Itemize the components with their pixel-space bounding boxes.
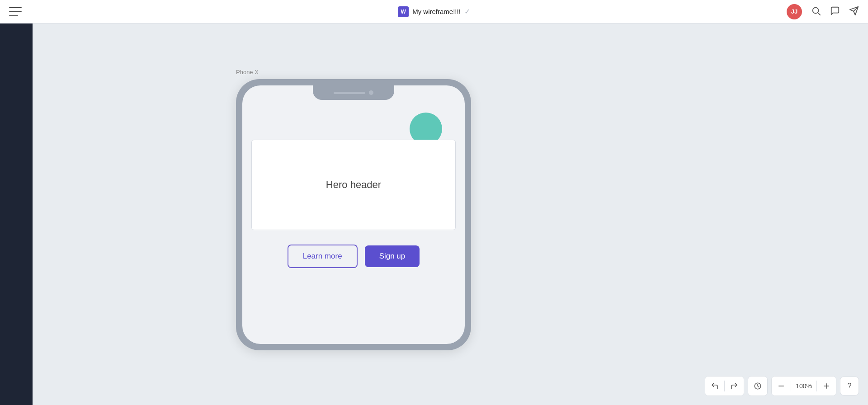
learn-more-button[interactable]: Learn more [288, 245, 358, 268]
zoom-out-button[interactable] [772, 377, 791, 396]
zoom-value[interactable]: 100% [791, 382, 816, 390]
canvas: Phone X Hero header [33, 24, 868, 405]
phone-container: Phone X Hero header [236, 69, 471, 350]
sign-up-button[interactable]: Sign up [365, 245, 420, 267]
share-icon[interactable] [849, 6, 859, 17]
save-status-icon: ✓ [464, 7, 470, 16]
file-type-icon: W [398, 6, 409, 17]
topbar-center: W My wireframe!!!! ✓ [398, 6, 470, 17]
notch-bar [334, 92, 365, 94]
topbar: W My wireframe!!!! ✓ JJ [0, 0, 868, 24]
history-button[interactable] [748, 377, 767, 396]
avatar[interactable]: JJ [787, 4, 802, 19]
history-group [748, 376, 768, 396]
phone-screen: Hero header Learn more Sign up [242, 85, 465, 344]
undo-redo-group [705, 376, 744, 396]
redo-button[interactable] [725, 377, 744, 396]
menu-icon[interactable] [9, 7, 22, 16]
file-title[interactable]: My wireframe!!!! [412, 8, 461, 15]
topbar-left [9, 7, 22, 16]
phone-label: Phone X [236, 69, 471, 75]
undo-button[interactable] [705, 377, 724, 396]
bottom-controls: 100% ? [705, 376, 859, 396]
topbar-right: JJ [787, 4, 859, 19]
phone-content: Hero header Learn more Sign up [242, 104, 465, 344]
buttons-row: Learn more Sign up [251, 245, 456, 268]
left-sidebar [0, 24, 33, 405]
hero-header-text: Hero header [326, 179, 381, 191]
hero-box: Hero header [251, 140, 456, 230]
zoom-in-button[interactable] [817, 377, 836, 396]
phone-notch [313, 85, 394, 100]
phone-frame: Hero header Learn more Sign up [236, 79, 471, 350]
notch-dot [369, 90, 373, 95]
search-icon[interactable] [811, 6, 821, 17]
help-button[interactable]: ? [840, 377, 859, 396]
svg-line-1 [818, 13, 820, 15]
comments-icon[interactable] [830, 6, 840, 17]
zoom-group: 100% [771, 376, 836, 396]
